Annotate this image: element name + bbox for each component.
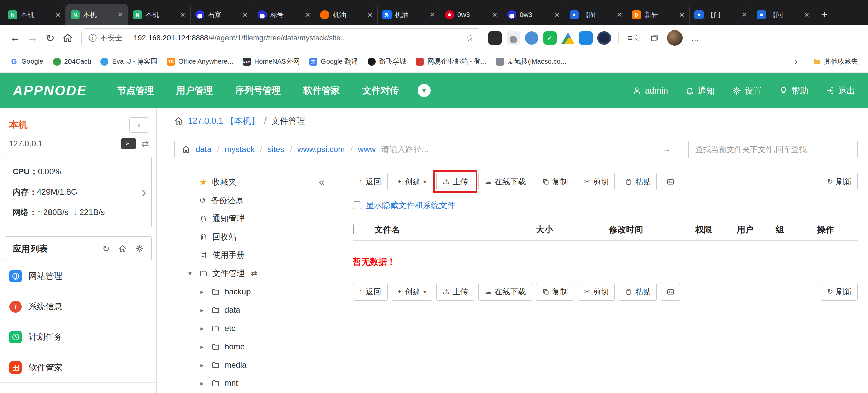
switch-node-icon[interactable]: ⇄: [141, 139, 149, 149]
header-logout[interactable]: 退出: [826, 85, 855, 96]
header-notifications[interactable]: 通知: [686, 85, 715, 96]
tab-close-icon[interactable]: ×: [365, 9, 375, 20]
bookmark-homenas[interactable]: DSM HomeNAS外网: [238, 54, 304, 70]
caret-right-icon[interactable]: ▸: [197, 306, 207, 314]
tab-jiyou-1[interactable]: 机油 ×: [315, 4, 378, 25]
tab-wen-1[interactable]: 【问 ×: [690, 4, 752, 25]
tab-close-icon[interactable]: ×: [240, 9, 250, 20]
extension-navy-icon[interactable]: [597, 31, 611, 45]
back-nav-icon[interactable]: ←: [6, 29, 24, 47]
tree-item-notifications[interactable]: 通知管理: [185, 209, 335, 228]
tab-close-icon[interactable]: ×: [614, 9, 625, 20]
tree-item-file-management[interactable]: ▾ 文件管理 ⇄: [185, 264, 335, 283]
browser-menu-icon[interactable]: …: [687, 30, 703, 46]
cut-button[interactable]: ✂ 剪切: [578, 283, 615, 301]
online-download-button[interactable]: ☁ 在线下载: [478, 173, 532, 190]
cut-button[interactable]: ✂ 剪切: [578, 173, 615, 190]
nav-software-manager[interactable]: 软件管家: [292, 73, 351, 108]
extension-paw-icon[interactable]: [507, 31, 520, 45]
caret-right-icon[interactable]: ▸: [197, 361, 207, 369]
path-segment-domain[interactable]: www.psi.com: [297, 145, 345, 154]
caret-right-icon[interactable]: ▸: [197, 343, 207, 351]
tab-tu[interactable]: 【图 ×: [565, 4, 627, 25]
tree-item-backup-dir[interactable]: ▸ backup: [185, 283, 335, 301]
path-segment-mystack[interactable]: mystack: [224, 145, 254, 154]
tab-close-icon[interactable]: ×: [53, 9, 63, 20]
show-hidden-link[interactable]: 显示隐藏文件和系统文件: [366, 200, 455, 211]
online-download-button[interactable]: ☁ 在线下载: [478, 283, 532, 301]
reload-nav-icon[interactable]: ↻: [41, 29, 59, 47]
extension-blue-icon[interactable]: [579, 31, 593, 45]
tree-item-manual[interactable]: 使用手册: [185, 246, 335, 264]
caret-right-icon[interactable]: ▸: [197, 379, 207, 387]
tab-benji-3[interactable]: N 本机 ×: [128, 4, 191, 25]
app-list-home-icon[interactable]: [119, 245, 127, 253]
tree-item-recycle-bin[interactable]: 回收站: [185, 228, 335, 246]
tree-item-mnt-dir[interactable]: ▸ mnt: [185, 374, 335, 392]
back-button[interactable]: ↑ 返回: [353, 173, 388, 190]
caret-right-icon[interactable]: ▸: [197, 325, 207, 332]
tree-item-home-dir[interactable]: ▸ home: [185, 337, 335, 356]
nav-file-transfer[interactable]: 文件对传: [351, 73, 410, 108]
bookmark-star-icon[interactable]: ☆: [466, 33, 474, 43]
tree-collapse-icon[interactable]: «: [319, 175, 325, 188]
terminal-button[interactable]: [661, 283, 680, 301]
tab-close-icon[interactable]: ×: [739, 9, 749, 20]
path-go-button[interactable]: →: [655, 140, 677, 159]
transfer-icon[interactable]: ⇄: [251, 269, 257, 278]
adblock-shield-icon[interactable]: ✓: [543, 31, 557, 45]
tab-0w3-1[interactable]: 0w3 ×: [440, 4, 502, 25]
bookmark-translate[interactable]: 文 Google 翻译: [305, 54, 362, 70]
tree-item-backup-restore[interactable]: ↺ 备份还原: [185, 191, 335, 209]
upload-button[interactable]: 上传: [436, 283, 474, 301]
tab-wen-2[interactable]: 【问 ×: [752, 4, 814, 25]
sidebar-item-software-manager[interactable]: 软件管家: [0, 352, 156, 383]
bookmark-office[interactable]: TD Office Anywhere...: [162, 54, 238, 70]
select-all-checkbox[interactable]: [353, 224, 354, 234]
tab-close-icon[interactable]: ×: [427, 9, 437, 20]
breadcrumb-node-link[interactable]: 127.0.0.1 【本机】: [188, 115, 259, 126]
caret-down-icon[interactable]: ▾: [185, 270, 195, 277]
create-button[interactable]: + 创建 ▾: [392, 283, 432, 301]
tree-item-etc-dir[interactable]: ▸ etc: [185, 319, 335, 337]
appnode-logo[interactable]: APPNODE: [13, 83, 87, 98]
back-button[interactable]: ↑ 返回: [353, 283, 388, 301]
copy-button[interactable]: 复制: [536, 173, 574, 190]
tab-shijia[interactable]: 石家 ×: [191, 4, 253, 25]
tab-close-icon[interactable]: ×: [552, 9, 562, 20]
collections-icon[interactable]: [647, 30, 662, 46]
stats-expand-icon[interactable]: ›: [141, 184, 146, 201]
bookmarks-overflow-icon[interactable]: ›: [791, 56, 801, 67]
favorites-hub-icon[interactable]: ≡☆: [626, 30, 642, 46]
tab-xinxuan[interactable]: D 新轩 ×: [627, 4, 690, 25]
other-bookmarks-folder[interactable]: 其他收藏夹: [808, 54, 863, 70]
nav-node-management[interactable]: 节点管理: [106, 73, 165, 108]
header-help[interactable]: 帮助: [779, 85, 808, 96]
bookmark-163mail[interactable]: 网易企业邮箱 - 登...: [411, 54, 491, 70]
tree-item-media-dir[interactable]: ▸ media: [185, 356, 335, 374]
tab-close-icon[interactable]: ×: [115, 9, 125, 20]
path-segment-www[interactable]: www: [358, 145, 376, 154]
sidebar-item-website-management[interactable]: 网站管理: [0, 261, 156, 291]
sidebar-item-system-info[interactable]: i 系统信息: [0, 291, 156, 322]
header-user-admin[interactable]: admin: [633, 86, 668, 96]
bookmark-cacti[interactable]: 204Cacti: [48, 54, 96, 70]
tab-biaohao[interactable]: 标号 ×: [253, 4, 315, 25]
tab-0w3-2[interactable]: 0w3 ×: [502, 4, 565, 25]
bookmark-cnblogs[interactable]: Eva_J - 博客园: [96, 54, 161, 70]
terminal-icon[interactable]: >_: [121, 138, 136, 149]
sidebar-item-cron-tasks[interactable]: 计划任务: [0, 322, 156, 352]
nav-more-dropdown-icon[interactable]: ▾: [418, 84, 431, 97]
address-bar[interactable]: ⓘ 不安全 192.168.201.124:8888/#/agent/1/fil…: [81, 28, 481, 47]
nav-serial-management[interactable]: 序列号管理: [224, 73, 292, 108]
caret-right-icon[interactable]: ▸: [197, 288, 207, 296]
sidebar-collapse-button[interactable]: ‹: [129, 117, 149, 133]
tree-item-data-dir[interactable]: ▸ data: [185, 301, 335, 319]
path-root-home-icon[interactable]: [182, 145, 190, 153]
profile-avatar[interactable]: [667, 30, 683, 46]
bookmark-luffy[interactable]: 路飞学城: [363, 54, 411, 70]
forward-nav-icon[interactable]: →: [24, 29, 41, 47]
extension-icon[interactable]: [488, 31, 502, 45]
refresh-button[interactable]: ↻ 刷新: [821, 283, 858, 301]
home-nav-icon[interactable]: [59, 29, 77, 47]
